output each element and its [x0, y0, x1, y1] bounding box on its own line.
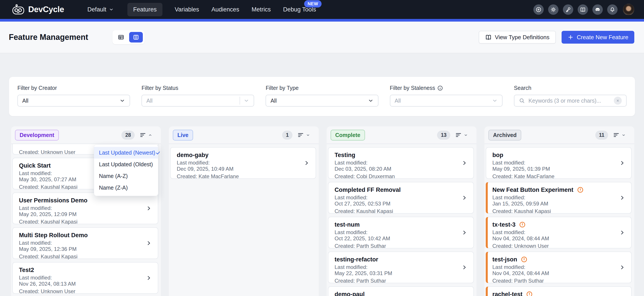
- kanban-view-button[interactable]: [129, 32, 143, 42]
- status-badge: Archived: [488, 130, 521, 141]
- nav-item-label: Features: [133, 6, 157, 13]
- nav-item-label: Metrics: [252, 6, 271, 13]
- filter-status-value: All: [146, 98, 240, 104]
- feature-card[interactable]: tx-test-3Last modified:Nov 04, 2024, 08:…: [486, 217, 632, 249]
- column-sort-control[interactable]: [613, 132, 626, 138]
- feature-card[interactable]: demo-gabyLast modified:Dec 09, 2025, 10:…: [170, 147, 316, 179]
- last-modified-date: May 09, 2025, 01:39 PM: [492, 166, 620, 172]
- key-icon: [565, 6, 571, 12]
- search-icon: [519, 98, 525, 104]
- sort-option-last-updated-newest[interactable]: Last Updated (Newest): [94, 147, 158, 159]
- last-modified-label: Last modified:: [492, 229, 620, 236]
- column-sort-control[interactable]: [297, 132, 310, 138]
- column-card-list: bopLast modified:May 09, 2025, 01:39 PMC…: [484, 144, 634, 296]
- filter-status: Filter by Status All: [142, 85, 254, 116]
- nav-item-variables[interactable]: Variables: [175, 3, 199, 16]
- feature-card[interactable]: test-jsonLast modified:Nov 04, 2024, 08:…: [486, 252, 632, 283]
- stale-warning-icon[interactable]: [526, 291, 533, 296]
- feature-card[interactable]: User Permissions DemoLast modified:May 2…: [12, 193, 158, 224]
- table-view-button[interactable]: [114, 32, 128, 42]
- user-avatar[interactable]: [623, 4, 634, 15]
- feature-card[interactable]: bopLast modified:May 09, 2025, 01:39 PMC…: [486, 147, 632, 179]
- feature-name: Completed FF Removal: [334, 187, 401, 193]
- last-modified: Last modified:May 09, 2025, 12:36 PM: [19, 240, 146, 252]
- column-sort-control[interactable]: [455, 132, 468, 138]
- column-live: Live1demo-gabyLast modified:Dec 09, 2025…: [169, 126, 319, 296]
- project-switcher[interactable]: Default: [88, 6, 114, 13]
- brand[interactable]: DevCycle: [12, 4, 64, 15]
- nav-item-features[interactable]: Features: [128, 3, 162, 16]
- last-modified-label: Last modified:: [19, 240, 146, 246]
- feature-card[interactable]: test-numLast modified:Oct 22, 2025, 10:4…: [328, 217, 474, 249]
- feature-name: demo-paul: [334, 291, 365, 296]
- feature-name: demo-gaby: [177, 152, 208, 159]
- column-sort-control[interactable]: [140, 132, 152, 138]
- top-navbar: DevCycle Default FeaturesVariablesAudien…: [0, 0, 644, 19]
- last-modified-date: Nov 26, 2024, 08:13 AM: [19, 281, 146, 287]
- stale-warning-icon[interactable]: [519, 221, 526, 228]
- card-chevron-right-icon: [619, 195, 625, 201]
- feature-card[interactable]: TestingLast modified:Dec 03, 2025, 08:20…: [328, 147, 474, 179]
- created-by: Created: Unknown User: [19, 288, 146, 295]
- sort-option-name-z-a[interactable]: Name (Z-A): [94, 182, 158, 194]
- sort-icon: [297, 132, 304, 138]
- filter-status-select[interactable]: All: [142, 95, 254, 107]
- stale-warning-icon[interactable]: [577, 187, 584, 193]
- info-icon[interactable]: [437, 85, 443, 91]
- card-title-row: test-json: [492, 256, 620, 263]
- feature-card[interactable]: Multi Step Rollout DemoLast modified:May…: [12, 227, 158, 259]
- nav-actions: [533, 4, 634, 15]
- chevron-down-icon: [120, 98, 125, 103]
- nav-item-audiences[interactable]: Audiences: [211, 3, 239, 16]
- card-chevron-right-icon: [619, 160, 625, 166]
- feature-card[interactable]: testing-refactorLast modified:May 22, 20…: [328, 252, 474, 283]
- filter-staleness-select[interactable]: All: [390, 95, 502, 107]
- filter-type-select[interactable]: All: [266, 95, 378, 107]
- created-by: Created: Kaushal Kapasi: [19, 254, 146, 260]
- nav-item-metrics[interactable]: Metrics: [252, 3, 271, 16]
- sort-option-last-updated-oldest[interactable]: Last Updated (Oldest): [94, 159, 158, 170]
- feature-name: Testing: [334, 152, 355, 159]
- search-input[interactable]: [528, 97, 611, 104]
- feature-card[interactable]: Test2Last modified:Nov 26, 2024, 08:13 A…: [12, 262, 158, 294]
- chevron-up-icon: [148, 133, 152, 137]
- feature-name: Test2: [19, 267, 34, 274]
- filter-creator: Filter by Creator All: [18, 85, 130, 116]
- filter-type-label: Filter by Type: [266, 85, 378, 91]
- card-title-row: demo-gaby: [177, 152, 304, 159]
- last-modified-date: May 20, 2025, 12:09 PM: [19, 211, 146, 217]
- feature-card[interactable]: Completed FF RemovalLast modified:Oct 27…: [328, 182, 474, 214]
- page-header: Feature Management View Type Definitions…: [0, 21, 644, 53]
- card-chevron-right-icon: [146, 240, 152, 246]
- card-title-row: Test2: [19, 267, 146, 274]
- view-type-definitions-button[interactable]: View Type Definitions: [479, 31, 556, 44]
- created-by: Created: Parth Suthar: [492, 278, 620, 284]
- feature-name: tx-test-3: [492, 221, 516, 228]
- card-chevron-right-icon: [304, 160, 310, 166]
- bell-icon-button[interactable]: [607, 4, 618, 15]
- created-by: Created: Parth Suthar: [334, 243, 462, 249]
- search-field: [514, 95, 626, 107]
- feature-card[interactable]: demo-paul: [328, 286, 474, 296]
- last-modified-date: May 09, 2025, 12:36 PM: [19, 246, 146, 252]
- feature-card[interactable]: New Feat Button ExperimentLast modified:…: [486, 182, 632, 214]
- clear-search-button[interactable]: [614, 97, 622, 105]
- filter-search: Search: [514, 85, 626, 116]
- nav-item-debug-tools[interactable]: Debug ToolsNEW: [283, 3, 316, 16]
- book-icon-button[interactable]: [578, 4, 588, 15]
- gear-icon-button[interactable]: [548, 4, 558, 15]
- column-header: Archived11: [484, 126, 634, 144]
- stale-warning-icon[interactable]: [521, 256, 528, 263]
- created-by: Created: Kate MacFarlane: [177, 173, 304, 180]
- feature-card[interactable]: rachel-test: [486, 286, 632, 296]
- discord-icon-button[interactable]: [592, 4, 603, 15]
- chevron-down-icon: [244, 98, 249, 103]
- book-icon: [580, 6, 586, 12]
- plus-circle-icon-button[interactable]: [533, 4, 544, 15]
- key-icon-button[interactable]: [563, 4, 573, 15]
- column-header: Complete13: [327, 126, 476, 144]
- filter-creator-select[interactable]: All: [18, 95, 130, 107]
- sort-option-name-a-z[interactable]: Name (A-Z): [94, 170, 158, 182]
- create-new-feature-button[interactable]: Create New Feature: [562, 31, 634, 44]
- filter-type-value: All: [270, 98, 368, 104]
